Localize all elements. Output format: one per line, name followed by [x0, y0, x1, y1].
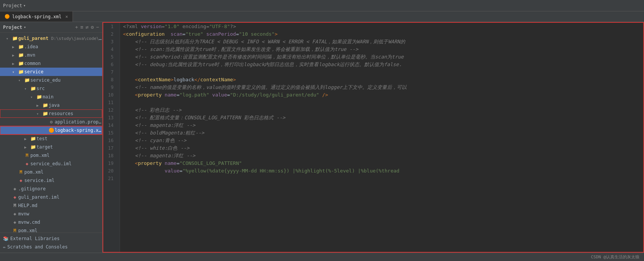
- tree-item-help-md[interactable]: M HELP.md: [0, 201, 102, 210]
- code-line-19: <property name="CONSOLE_LOG_PATTERN": [120, 160, 643, 167]
- code-line-8: <contextName>logback</contextName>: [120, 76, 643, 84]
- sidebar-header: Project ▾ + ≡ ⇄ ⚙ −: [0, 22, 102, 33]
- tree-item-guli-parent-iml[interactable]: ◆ guli_parent.iml: [0, 193, 102, 201]
- editor-content[interactable]: 1 2 3 4 5 6 7 8 9 10 11 12 13 14 15 16 1…: [103, 22, 644, 253]
- tree-item-pom-service[interactable]: M pom.xml: [0, 168, 102, 176]
- code-line-12: <!-- 彩色日志 -->: [120, 106, 643, 114]
- tree-item-main[interactable]: ▾ 📁 main: [0, 93, 102, 101]
- sidebar-collapse-icon[interactable]: −: [96, 24, 99, 30]
- tree-item-service-iml[interactable]: ◆ service.iml: [0, 176, 102, 185]
- tree-item-pom-root[interactable]: M pom.xml: [0, 226, 102, 233]
- pom-icon: M: [17, 169, 24, 175]
- folder-icon: 📁: [24, 78, 30, 83]
- tab-close-icon[interactable]: ×: [65, 14, 68, 19]
- status-bar: CSDN @认真生活的灰太狼: [0, 253, 644, 261]
- folder-icon: 📁: [42, 103, 49, 108]
- tree-item-service-edu[interactable]: ▾ 📁 service_edu: [0, 76, 102, 84]
- code-line-7: [120, 68, 643, 76]
- sidebar-sync-icon[interactable]: ⇄: [86, 24, 89, 30]
- sidebar-settings-icon[interactable]: ⚙: [91, 24, 94, 30]
- code-line-2: <configuration scan="true" scanPeriod="1…: [120, 30, 643, 38]
- tree-item-logback-spring[interactable]: 🟠 logback-spring.xml: [0, 126, 102, 134]
- tab-bar: 🟠 logback-spring.xml ×: [0, 11, 644, 22]
- code-line-10: <property name="log.path" value="D:/stud…: [120, 91, 643, 99]
- arrow-icon: ▾: [24, 87, 30, 91]
- code-line-20: value="%yellow(%date{yyyy-MM-dd HH:mm:ss…: [120, 167, 643, 175]
- arrow-icon: ▶: [24, 137, 30, 141]
- tree-item-src[interactable]: ▾ 📁 src: [0, 84, 102, 93]
- code-line-1: <?xml version="1.0" encoding="UTF-8"?>: [120, 23, 643, 30]
- tree-item-mvnw[interactable]: ◈ mvnw: [0, 210, 102, 218]
- sidebar: Project ▾ + ≡ ⇄ ⚙ − ▾ 📁 guli_parent D:\s…: [0, 22, 103, 253]
- folder-icon: 📁: [36, 94, 43, 100]
- code-line-4: <!-- scan:当此属性设置为true时，配置文件如果发生改变，将会被重新加…: [120, 46, 643, 53]
- external-libraries-item[interactable]: 📚 External Libraries: [3, 234, 99, 243]
- sidebar-dropdown-icon: ▾: [24, 25, 26, 29]
- tree-item-common[interactable]: ▶ 📁 common: [0, 59, 102, 68]
- folder-icon: 📁: [17, 61, 24, 66]
- md-icon: M: [11, 203, 18, 208]
- folder-icon: 📁: [30, 136, 36, 141]
- active-tab[interactable]: 🟠 logback-spring.xml ×: [0, 11, 73, 22]
- iml-icon: ◆: [11, 195, 18, 200]
- tree-item-mvn[interactable]: ▶ 📁 .mvn: [0, 51, 102, 59]
- arrow-icon: ▶: [12, 53, 17, 57]
- sidebar-add-icon[interactable]: +: [75, 24, 78, 30]
- pom-root-icon: M: [11, 228, 18, 233]
- external-libraries-label: External Libraries: [10, 236, 60, 241]
- project-dropdown[interactable]: Project ▾: [3, 3, 26, 8]
- sidebar-title: Project ▾: [3, 25, 26, 30]
- arrow-icon: ▾: [30, 95, 36, 99]
- tree-item-target[interactable]: ▶ 📁 target: [0, 143, 102, 151]
- arrow-icon: ▶: [12, 45, 17, 49]
- code-line-6: <!-- debug:当此属性设置为true时，将打印出logback内部日志信…: [120, 61, 643, 68]
- xml-file-icon: 🟠: [48, 128, 55, 133]
- code-line-18: <!-- magenta:洋红 -->: [120, 152, 643, 160]
- tree-item-service[interactable]: ▾ 📁 service: [0, 68, 102, 76]
- main-layout: Project ▾ + ≡ ⇄ ⚙ − ▾ 📁 guli_parent D:\s…: [0, 22, 644, 253]
- tree-item-guli-parent[interactable]: ▾ 📁 guli_parent D:\study\java\code\proje…: [0, 34, 102, 43]
- code-line-13: <!-- 配置格式变量：CONSOLE_LOG_PATTERN 彩色日志格式 -…: [120, 114, 643, 122]
- arrow-icon: ▾: [12, 70, 17, 74]
- code-line-15: <!-- boldMagenta:粗红-->: [120, 129, 643, 137]
- sidebar-toolbar: + ≡ ⇄ ⚙ −: [75, 24, 99, 30]
- code-line-17: <!-- white:白色 -->: [120, 144, 643, 152]
- iml-icon: ◆: [24, 161, 30, 166]
- tree-item-mvnw-cmd[interactable]: ◈ mvnw.cmd: [0, 218, 102, 226]
- folder-icon: 📁: [17, 44, 24, 49]
- tree-item-idea[interactable]: ▶ 📁 .idea: [0, 43, 102, 51]
- code-line-3: <!-- 日志级别从低到高分为TRACE < DEBUG < INFO < WA…: [120, 38, 643, 46]
- scratches-item[interactable]: ✏ Scratches and Consoles: [3, 243, 99, 251]
- sidebar-bottom: 📚 External Libraries ✏ Scratches and Con…: [0, 233, 102, 253]
- code-line-9: <!-- name的值是变量的名称，value的值时变量定义的值。通过定义的值会…: [120, 84, 643, 91]
- iml-icon: ◆: [17, 178, 24, 183]
- tree-item-gitignore[interactable]: ◈ .gitignore: [0, 185, 102, 193]
- arrow-icon: ▶: [12, 62, 17, 66]
- sidebar-list-icon[interactable]: ≡: [80, 24, 84, 30]
- code-line-16: <!-- cyan:青色 -->: [120, 137, 643, 144]
- code-line-5: <!-- scanPeriod:设置监测配置文件是否有修改的时间间隔，如果没有给…: [120, 53, 643, 61]
- tree-item-resources[interactable]: ▾ 📁 resources: [0, 109, 102, 118]
- arrow-icon: ▾: [36, 112, 42, 116]
- tree-item-pom-edu[interactable]: M pom.xml: [0, 151, 102, 160]
- arrow-icon: ▶: [24, 145, 30, 149]
- code-editor[interactable]: <?xml version="1.0" encoding="UTF-8"?> <…: [120, 23, 643, 252]
- arrow-icon: ▾: [18, 78, 24, 82]
- tree-item-test[interactable]: ▶ 📁 test: [0, 134, 102, 143]
- folder-icon: 📁: [17, 69, 24, 74]
- project-label: Project: [3, 3, 22, 8]
- gitignore-icon: ◈: [11, 186, 18, 191]
- tree-item-service-edu-iml[interactable]: ◆ service_edu.iml: [0, 160, 102, 168]
- tree-item-application-properties[interactable]: ⚙ application.properties: [0, 118, 102, 126]
- folder-icon: 📁: [30, 144, 36, 150]
- arrow-icon: ▾: [6, 36, 11, 41]
- mvnw-icon: ◈: [11, 211, 18, 217]
- editor-area: 1 2 3 4 5 6 7 8 9 10 11 12 13 14 15 16 1…: [103, 22, 644, 253]
- tab-file-icon: 🟠: [5, 14, 10, 19]
- tree-item-java[interactable]: ▶ 📁 java: [0, 101, 102, 109]
- folder-icon: 📁: [11, 36, 18, 41]
- scratches-icon: ✏: [3, 244, 6, 250]
- project-dropdown-icon: ▾: [24, 3, 26, 8]
- sidebar-tree[interactable]: ▾ 📁 guli_parent D:\study\java\code\proje…: [0, 33, 102, 233]
- line-numbers: 1 2 3 4 5 6 7 8 9 10 11 12 13 14 15 16 1…: [103, 23, 120, 252]
